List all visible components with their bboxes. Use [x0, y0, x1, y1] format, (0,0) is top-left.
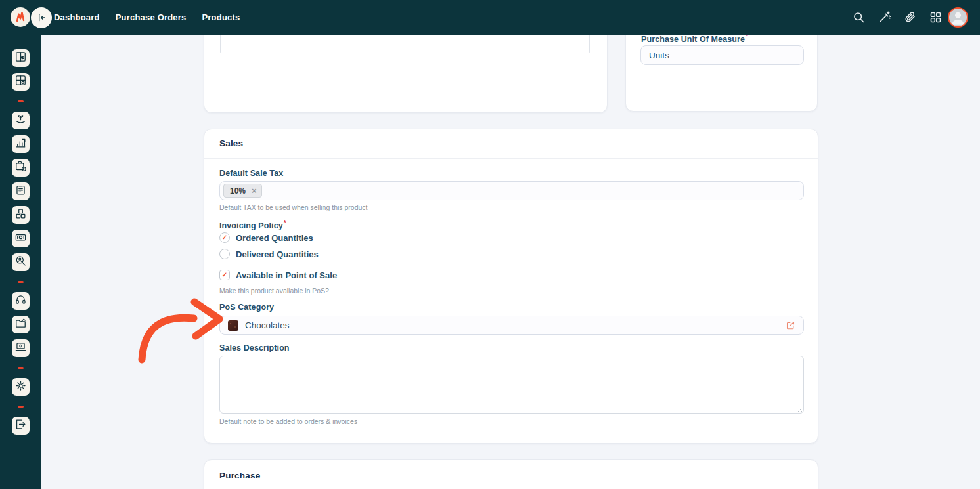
user-avatar[interactable] [948, 7, 968, 28]
purchase-uom-value: Units [649, 51, 669, 60]
app-sidebar [0, 35, 41, 489]
sidebar-item-apps-grid[interactable] [12, 73, 30, 91]
sidebar-separator [18, 367, 24, 369]
topbar-actions [851, 0, 943, 35]
collapse-sidebar-button[interactable] [31, 7, 52, 28]
sales-description-help: Default note to be added to orders & inv… [219, 417, 357, 425]
general-info-card [204, 35, 608, 113]
search-icon[interactable] [851, 10, 866, 26]
sidebar-separator [18, 406, 24, 408]
tax-tag: 10% × [223, 184, 262, 198]
sales-chart-icon [14, 137, 27, 152]
purchase-section-card: Purchase [204, 459, 818, 489]
sales-description-label: Sales Description [219, 343, 290, 352]
sidebar-item-laptop[interactable] [12, 339, 30, 357]
laptop-icon [14, 341, 27, 356]
purchase-section-title: Purchase [219, 471, 260, 480]
paperclip-icon[interactable] [902, 10, 918, 26]
apps-grid-icon [14, 74, 27, 89]
sidebar-item-logout[interactable] [12, 417, 30, 435]
pos-category-value: Chocolates [245, 320, 290, 330]
top-navigation-bar: DashboardPurchase OrdersProducts [0, 0, 980, 35]
sidebar-item-clipboard-calc[interactable] [12, 182, 30, 200]
sidebar-item-folder-doc[interactable] [12, 316, 30, 333]
sidebar-item-settings-gear[interactable] [12, 378, 30, 396]
apps-launcher-icon[interactable] [927, 10, 943, 26]
sidebar-item-scale-add[interactable] [12, 159, 30, 177]
sidebar-item-money[interactable] [12, 230, 30, 247]
cutoff-textarea[interactable] [220, 35, 590, 53]
remove-tag-icon[interactable]: × [252, 186, 257, 195]
purchase-uom-field[interactable]: Units [640, 45, 804, 65]
sidebar-separator [18, 281, 24, 283]
magic-wand-icon[interactable] [876, 10, 892, 26]
sales-section-card: Sales Default Sale Tax 10% × Default TAX… [204, 129, 818, 444]
default-sale-tax-field[interactable]: 10% × [219, 181, 804, 200]
sidebar-separator [18, 100, 24, 102]
default-sale-tax-help: Default TAX to be used when selling this… [219, 203, 368, 211]
available-in-pos-row[interactable]: ✓ Available in Point of Sale [219, 270, 337, 280]
sidebar-item-search-person[interactable] [12, 253, 30, 271]
pos-category-label: PoS Category [219, 303, 274, 312]
main-nav: DashboardPurchase OrdersProducts [54, 0, 240, 35]
brand-logo[interactable] [11, 7, 30, 27]
sidebar-item-headset[interactable] [12, 292, 30, 310]
required-asterisk: * [746, 35, 748, 40]
main-content: Units Purchase Unit Of Measure* Units Sa… [41, 35, 980, 489]
sales-description-textarea[interactable] [219, 356, 804, 414]
radio-selected-icon[interactable]: ✓ [219, 232, 230, 243]
app-window: DashboardPurchase OrdersProducts Units P… [0, 0, 980, 489]
settings-gear-icon [14, 379, 27, 394]
logout-icon [14, 418, 27, 433]
clipboard-calc-icon [14, 184, 27, 199]
sales-section-title: Sales [219, 138, 243, 148]
sidebar-item-ledger[interactable] [12, 49, 30, 67]
brand-logo-icon [14, 11, 27, 24]
chocolate-thumbnail [228, 320, 238, 331]
section-divider [204, 158, 818, 159]
folder-doc-icon [14, 317, 27, 332]
search-person-icon [14, 255, 27, 270]
inventory-boxes-icon [14, 207, 27, 223]
ledger-icon [14, 51, 27, 66]
pos-category-field[interactable]: Chocolates [219, 316, 804, 335]
nav-item-products[interactable]: Products [202, 12, 240, 22]
scale-add-icon [14, 160, 27, 175]
default-sale-tax-label: Default Sale Tax [219, 169, 283, 178]
sidebar-item-hand-care[interactable] [12, 112, 30, 129]
checkbox-checked-icon[interactable]: ✓ [219, 270, 230, 280]
nav-item-dashboard[interactable]: Dashboard [54, 12, 100, 22]
radio-unselected-icon[interactable] [219, 249, 230, 259]
radio-delivered-quantities[interactable]: Delivered Quantities [219, 249, 319, 259]
sidebar-item-inventory-boxes[interactable] [12, 206, 30, 224]
sidebar-item-sales-chart[interactable] [12, 135, 30, 153]
resize-handle[interactable] [795, 405, 802, 412]
available-in-pos-help: Make this product available in PoS? [219, 287, 329, 295]
nav-item-purchase-orders[interactable]: Purchase Orders [116, 12, 187, 22]
user-avatar-icon [949, 9, 967, 26]
hand-care-icon [14, 113, 27, 128]
invoicing-policy-label: Invoicing Policy* [219, 219, 286, 231]
tax-tag-value: 10% [230, 186, 246, 196]
purchase-uom-label: Purchase Unit Of Measure* [641, 35, 748, 45]
headset-icon [14, 293, 27, 308]
radio-ordered-quantities[interactable]: ✓ Ordered Quantities [219, 232, 313, 243]
collapse-sidebar-icon [36, 12, 47, 23]
required-asterisk: * [284, 219, 286, 226]
external-link-icon[interactable] [786, 320, 795, 330]
money-icon [14, 231, 27, 246]
units-card: Units Purchase Unit Of Measure* Units [625, 35, 818, 112]
